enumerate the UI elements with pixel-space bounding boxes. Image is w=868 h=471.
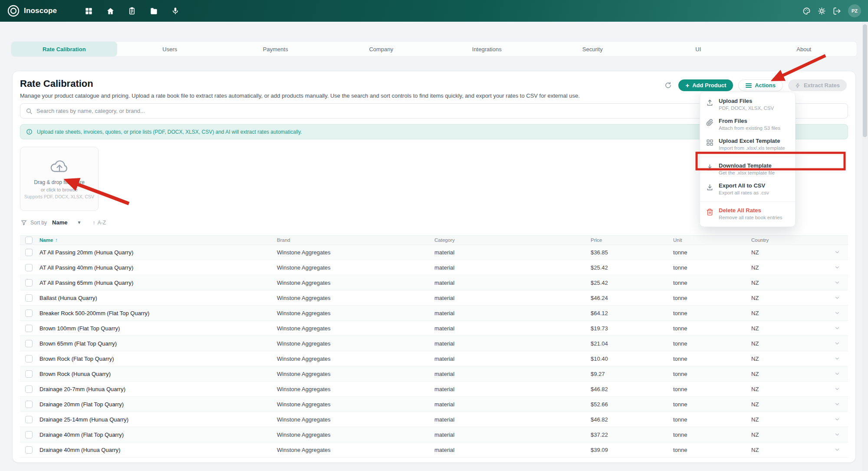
tab-about[interactable]: About — [751, 42, 857, 56]
file-dropzone[interactable]: Drag & drop files here or click to brows… — [20, 147, 99, 211]
menu-item-upload-excel-template[interactable]: Upload Excel TemplateImport from .xlsx/.… — [700, 135, 795, 155]
tab-company[interactable]: Company — [329, 42, 434, 56]
tab-ui[interactable]: UI — [645, 42, 751, 56]
cell-brand: Winstone Aggregates — [277, 264, 434, 271]
sort-field-dropdown[interactable]: Name ▼ — [52, 219, 81, 226]
table-row[interactable]: AT All Passing 20mm (Hunua Quarry) Winst… — [20, 245, 848, 260]
sort-direction-toggle[interactable]: ↑ A-Z — [92, 219, 106, 226]
cell-price: $9.27 — [591, 371, 673, 377]
cell-price: $46.82 — [591, 416, 673, 423]
menu-item-upload-files[interactable]: Upload FilesPDF, DOCX, XLSX, CSV — [700, 95, 795, 115]
row-checkbox[interactable] — [25, 446, 33, 454]
brand[interactable]: Inoscope — [7, 4, 57, 17]
column-header-name[interactable]: Name ↑ — [39, 237, 277, 243]
cell-category: material — [434, 416, 591, 423]
tab-security[interactable]: Security — [540, 42, 646, 56]
filter-funnel-icon — [21, 220, 27, 226]
row-expand-chevron-icon[interactable] — [834, 325, 848, 331]
row-checkbox[interactable] — [25, 340, 33, 347]
extract-rates-button[interactable]: Extract Rates — [788, 79, 847, 91]
cell-brand: Winstone Aggregates — [277, 280, 434, 286]
sort-controls: Sort by Name ▼ ↑ A-Z — [21, 219, 106, 226]
row-expand-chevron-icon[interactable] — [834, 356, 848, 362]
menu-item-download-template[interactable]: Download TemplateGet the .xlsx template … — [700, 159, 795, 179]
row-checkbox[interactable] — [25, 264, 33, 271]
row-checkbox[interactable] — [25, 294, 33, 302]
table-row[interactable]: Drainage 40mm (Flat Top Quarry) Winstone… — [20, 427, 848, 442]
scrollbar-track[interactable] — [862, 22, 868, 471]
table-row[interactable]: Brown 65mm (Flat Top Quarry) Winstone Ag… — [20, 336, 848, 351]
row-checkbox[interactable] — [25, 431, 33, 438]
tab-payments[interactable]: Payments — [223, 42, 329, 56]
apps-icon[interactable] — [83, 5, 94, 16]
cell-country: NZ — [751, 401, 816, 408]
row-expand-chevron-icon[interactable] — [834, 295, 848, 301]
settings-gear-icon[interactable] — [818, 7, 826, 15]
menu-item-from-files[interactable]: From FilesAttach from existing S3 files — [700, 115, 795, 135]
table-row[interactable]: Brown Rock (Flat Top Quarry) Winstone Ag… — [20, 351, 848, 366]
row-expand-chevron-icon[interactable] — [834, 447, 848, 453]
row-expand-chevron-icon[interactable] — [834, 264, 848, 270]
column-header-category[interactable]: Category — [434, 237, 591, 243]
table-row[interactable]: Brown Rock (Hunua Quarry) Winstone Aggre… — [20, 366, 848, 382]
cell-price: $21.04 — [591, 340, 673, 347]
cell-unit: tonne — [673, 431, 751, 438]
folder-icon[interactable] — [148, 5, 159, 16]
lightning-bolt-icon — [795, 82, 801, 89]
menu-item-export-all-csv[interactable]: Export All to CSVExport all rates as .cs… — [700, 179, 795, 199]
row-expand-chevron-icon[interactable] — [834, 310, 848, 316]
row-checkbox[interactable] — [25, 325, 33, 332]
menu-item-delete-all-rates[interactable]: Delete All RatesRemove all rate book ent… — [700, 204, 795, 224]
column-header-unit[interactable]: Unit — [673, 237, 751, 243]
table-row[interactable]: Drainage 20mm (Flat Top Quarry) Winstone… — [20, 397, 848, 412]
clipboard-icon[interactable] — [126, 5, 138, 16]
actions-button[interactable]: Actions — [738, 79, 783, 91]
row-expand-chevron-icon[interactable] — [834, 280, 848, 286]
row-expand-chevron-icon[interactable] — [834, 401, 848, 407]
palette-icon[interactable] — [802, 7, 811, 15]
user-avatar[interactable]: PZ — [848, 4, 861, 17]
row-expand-chevron-icon[interactable] — [834, 386, 848, 392]
row-expand-chevron-icon[interactable] — [834, 431, 848, 438]
row-expand-chevron-icon[interactable] — [834, 340, 848, 346]
table-row[interactable]: Brown 100mm (Flat Top Quarry) Winstone A… — [20, 321, 848, 336]
add-product-button[interactable]: + Add Product — [678, 79, 733, 91]
select-all-checkbox[interactable] — [25, 237, 33, 244]
column-header-price[interactable]: Price — [591, 237, 673, 243]
tab-integrations[interactable]: Integrations — [434, 42, 540, 56]
row-checkbox[interactable] — [25, 370, 33, 378]
cell-unit: tonne — [673, 401, 751, 408]
table-row[interactable]: Breaker Rock 500-200mm (Flat Top Quarry)… — [20, 306, 848, 321]
cell-brand: Winstone Aggregates — [277, 447, 434, 453]
nav-right-group: PZ — [802, 4, 861, 17]
row-checkbox[interactable] — [25, 310, 33, 317]
cell-country: NZ — [751, 325, 816, 332]
row-checkbox[interactable] — [25, 249, 33, 256]
cell-country: NZ — [751, 431, 816, 438]
home-icon[interactable] — [105, 5, 116, 16]
row-expand-chevron-icon[interactable] — [834, 416, 848, 422]
row-checkbox[interactable] — [25, 401, 33, 408]
tab-users[interactable]: Users — [117, 42, 223, 56]
microphone-icon[interactable] — [170, 5, 181, 16]
table-row[interactable]: AT All Passing 40mm (Hunua Quarry) Winst… — [20, 260, 848, 275]
row-expand-chevron-icon[interactable] — [834, 249, 848, 255]
table-row[interactable]: Drainage 40mm (Hunua Quarry) Winstone Ag… — [20, 442, 848, 458]
scrollbar-thumb[interactable] — [863, 24, 867, 137]
table-row[interactable]: Drainage 20-7mm (Hunua Quarry) Winstone … — [20, 382, 848, 397]
refresh-icon[interactable] — [663, 80, 673, 91]
table-row[interactable]: Ballast (Hunua Quarry) Winstone Aggregat… — [20, 290, 848, 306]
cell-category: material — [434, 310, 591, 316]
toolbar: + Add Product Actions Extract Rates — [663, 79, 847, 91]
row-checkbox[interactable] — [25, 279, 33, 287]
column-header-brand[interactable]: Brand — [277, 237, 434, 243]
row-checkbox[interactable] — [25, 385, 33, 393]
logout-icon[interactable] — [833, 7, 841, 15]
tab-rate-calibration[interactable]: Rate Calibration — [11, 42, 117, 56]
row-expand-chevron-icon[interactable] — [834, 371, 848, 377]
column-header-country[interactable]: Country — [751, 237, 816, 243]
row-checkbox[interactable] — [25, 355, 33, 362]
table-row[interactable]: AT All Passing 65mm (Hunua Quarry) Winst… — [20, 275, 848, 290]
row-checkbox[interactable] — [25, 416, 33, 423]
table-row[interactable]: Drainage 25-14mm (Hunua Quarry) Winstone… — [20, 412, 848, 427]
